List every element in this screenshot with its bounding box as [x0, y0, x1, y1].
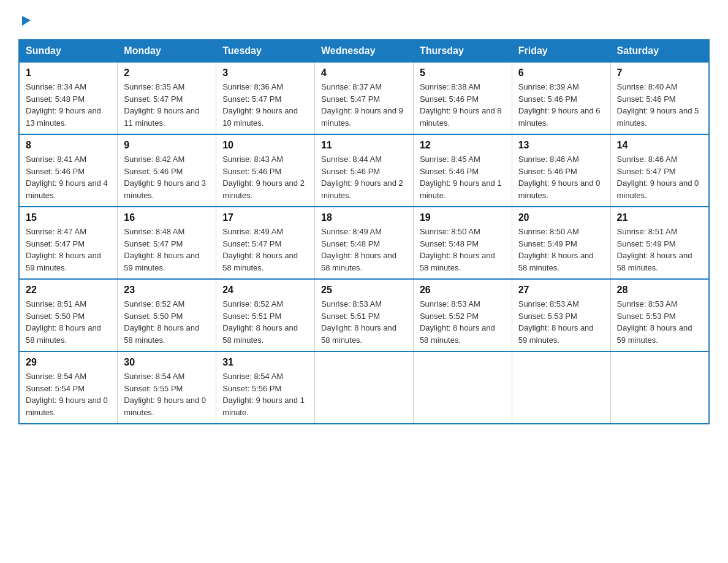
day-number: 22 — [26, 285, 111, 296]
day-number: 6 — [518, 67, 604, 79]
weekday-header-sunday: Sunday — [19, 40, 118, 62]
logo-triangle-icon — [20, 13, 33, 27]
day-info: Sunrise: 8:53 AMSunset: 5:53 PMDaylight:… — [518, 298, 604, 346]
weekday-header-wednesday: Wednesday — [315, 40, 414, 62]
calendar-week-row: 29Sunrise: 8:54 AMSunset: 5:54 PMDayligh… — [19, 351, 709, 424]
calendar-week-row: 22Sunrise: 8:51 AMSunset: 5:50 PMDayligh… — [19, 279, 709, 351]
weekday-header-saturday: Saturday — [610, 40, 709, 62]
calendar-header-row: SundayMondayTuesdayWednesdayThursdayFrid… — [19, 40, 709, 62]
day-info: Sunrise: 8:51 AMSunset: 5:50 PMDaylight:… — [26, 298, 111, 346]
calendar-cell: 3Sunrise: 8:36 AMSunset: 5:47 PMDaylight… — [216, 62, 315, 134]
calendar-cell: 11Sunrise: 8:44 AMSunset: 5:46 PMDayligh… — [315, 134, 414, 207]
day-number: 14 — [617, 140, 702, 151]
day-number: 29 — [26, 357, 111, 368]
calendar-cell: 17Sunrise: 8:49 AMSunset: 5:47 PMDayligh… — [216, 207, 315, 279]
day-number: 31 — [222, 357, 308, 368]
day-number: 12 — [420, 140, 506, 151]
day-number: 11 — [321, 140, 407, 151]
calendar-cell: 25Sunrise: 8:53 AMSunset: 5:51 PMDayligh… — [315, 279, 414, 351]
day-info: Sunrise: 8:49 AMSunset: 5:47 PMDaylight:… — [222, 226, 308, 274]
calendar-cell: 26Sunrise: 8:53 AMSunset: 5:52 PMDayligh… — [413, 279, 512, 351]
day-info: Sunrise: 8:49 AMSunset: 5:48 PMDaylight:… — [321, 226, 407, 274]
day-number: 7 — [617, 67, 702, 79]
calendar-cell: 19Sunrise: 8:50 AMSunset: 5:48 PMDayligh… — [413, 207, 512, 279]
calendar-week-row: 1Sunrise: 8:34 AMSunset: 5:48 PMDaylight… — [19, 62, 709, 134]
day-info: Sunrise: 8:37 AMSunset: 5:47 PMDaylight:… — [321, 81, 407, 129]
calendar-cell: 31Sunrise: 8:54 AMSunset: 5:56 PMDayligh… — [216, 351, 315, 424]
day-number: 28 — [617, 285, 702, 296]
day-number: 3 — [222, 67, 308, 79]
day-info: Sunrise: 8:36 AMSunset: 5:47 PMDaylight:… — [222, 81, 308, 129]
day-info: Sunrise: 8:35 AMSunset: 5:47 PMDaylight:… — [124, 81, 210, 129]
day-number: 27 — [518, 285, 604, 296]
day-info: Sunrise: 8:41 AMSunset: 5:46 PMDaylight:… — [26, 153, 111, 201]
calendar-cell — [315, 351, 414, 424]
day-number: 24 — [222, 285, 308, 296]
day-info: Sunrise: 8:54 AMSunset: 5:54 PMDaylight:… — [26, 370, 111, 418]
day-info: Sunrise: 8:54 AMSunset: 5:55 PMDaylight:… — [124, 370, 210, 418]
calendar-cell: 10Sunrise: 8:43 AMSunset: 5:46 PMDayligh… — [216, 134, 315, 207]
day-info: Sunrise: 8:34 AMSunset: 5:48 PMDaylight:… — [26, 81, 111, 129]
day-number: 20 — [518, 212, 604, 223]
calendar-cell: 18Sunrise: 8:49 AMSunset: 5:48 PMDayligh… — [315, 207, 414, 279]
day-info: Sunrise: 8:50 AMSunset: 5:48 PMDaylight:… — [420, 226, 506, 274]
day-info: Sunrise: 8:52 AMSunset: 5:51 PMDaylight:… — [222, 298, 308, 346]
calendar-week-row: 8Sunrise: 8:41 AMSunset: 5:46 PMDaylight… — [19, 134, 709, 207]
day-number: 21 — [617, 212, 702, 223]
day-info: Sunrise: 8:38 AMSunset: 5:46 PMDaylight:… — [420, 81, 506, 129]
day-info: Sunrise: 8:53 AMSunset: 5:51 PMDaylight:… — [321, 298, 407, 346]
calendar-cell: 6Sunrise: 8:39 AMSunset: 5:46 PMDaylight… — [512, 62, 610, 134]
day-info: Sunrise: 8:40 AMSunset: 5:46 PMDaylight:… — [617, 81, 702, 129]
day-number: 18 — [321, 212, 407, 223]
weekday-header-monday: Monday — [118, 40, 216, 62]
day-info: Sunrise: 8:46 AMSunset: 5:47 PMDaylight:… — [617, 153, 702, 201]
calendar-cell: 28Sunrise: 8:53 AMSunset: 5:53 PMDayligh… — [610, 279, 709, 351]
day-info: Sunrise: 8:47 AMSunset: 5:47 PMDaylight:… — [26, 226, 111, 274]
calendar-cell: 14Sunrise: 8:46 AMSunset: 5:47 PMDayligh… — [610, 134, 709, 207]
day-info: Sunrise: 8:46 AMSunset: 5:46 PMDaylight:… — [518, 153, 604, 201]
calendar-cell — [512, 351, 610, 424]
calendar-cell: 21Sunrise: 8:51 AMSunset: 5:49 PMDayligh… — [610, 207, 709, 279]
day-number: 17 — [222, 212, 308, 223]
day-info: Sunrise: 8:44 AMSunset: 5:46 PMDaylight:… — [321, 153, 407, 201]
calendar-cell: 15Sunrise: 8:47 AMSunset: 5:47 PMDayligh… — [19, 207, 118, 279]
weekday-header-thursday: Thursday — [413, 40, 512, 62]
calendar-cell: 22Sunrise: 8:51 AMSunset: 5:50 PMDayligh… — [19, 279, 118, 351]
day-number: 10 — [222, 140, 308, 151]
day-number: 15 — [26, 212, 111, 223]
calendar-cell: 20Sunrise: 8:50 AMSunset: 5:49 PMDayligh… — [512, 207, 610, 279]
day-number: 13 — [518, 140, 604, 151]
day-number: 26 — [420, 285, 506, 296]
calendar-cell: 30Sunrise: 8:54 AMSunset: 5:55 PMDayligh… — [118, 351, 216, 424]
day-info: Sunrise: 8:53 AMSunset: 5:52 PMDaylight:… — [420, 298, 506, 346]
day-number: 23 — [124, 285, 210, 296]
day-info: Sunrise: 8:52 AMSunset: 5:50 PMDaylight:… — [124, 298, 210, 346]
calendar-cell: 27Sunrise: 8:53 AMSunset: 5:53 PMDayligh… — [512, 279, 610, 351]
day-number: 4 — [321, 67, 407, 79]
day-number: 9 — [124, 140, 210, 151]
calendar-cell: 12Sunrise: 8:45 AMSunset: 5:46 PMDayligh… — [413, 134, 512, 207]
day-number: 8 — [26, 140, 111, 151]
calendar-cell — [413, 351, 512, 424]
calendar-cell: 24Sunrise: 8:52 AMSunset: 5:51 PMDayligh… — [216, 279, 315, 351]
svg-marker-0 — [22, 16, 31, 26]
day-number: 25 — [321, 285, 407, 296]
calendar-cell: 7Sunrise: 8:40 AMSunset: 5:46 PMDaylight… — [610, 62, 709, 134]
weekday-header-tuesday: Tuesday — [216, 40, 315, 62]
weekday-header-friday: Friday — [512, 40, 610, 62]
calendar-cell: 9Sunrise: 8:42 AMSunset: 5:46 PMDaylight… — [118, 134, 216, 207]
day-info: Sunrise: 8:39 AMSunset: 5:46 PMDaylight:… — [518, 81, 604, 129]
logo — [18, 12, 33, 27]
calendar-cell: 13Sunrise: 8:46 AMSunset: 5:46 PMDayligh… — [512, 134, 610, 207]
calendar-table: SundayMondayTuesdayWednesdayThursdayFrid… — [18, 39, 710, 424]
day-number: 1 — [26, 67, 111, 79]
day-number: 30 — [124, 357, 210, 368]
calendar-cell: 4Sunrise: 8:37 AMSunset: 5:47 PMDaylight… — [315, 62, 414, 134]
day-info: Sunrise: 8:53 AMSunset: 5:53 PMDaylight:… — [617, 298, 702, 346]
day-info: Sunrise: 8:42 AMSunset: 5:46 PMDaylight:… — [124, 153, 210, 201]
day-number: 2 — [124, 67, 210, 79]
calendar-cell: 5Sunrise: 8:38 AMSunset: 5:46 PMDaylight… — [413, 62, 512, 134]
calendar-cell: 16Sunrise: 8:48 AMSunset: 5:47 PMDayligh… — [118, 207, 216, 279]
day-info: Sunrise: 8:54 AMSunset: 5:56 PMDaylight:… — [222, 370, 308, 418]
day-number: 16 — [124, 212, 210, 223]
